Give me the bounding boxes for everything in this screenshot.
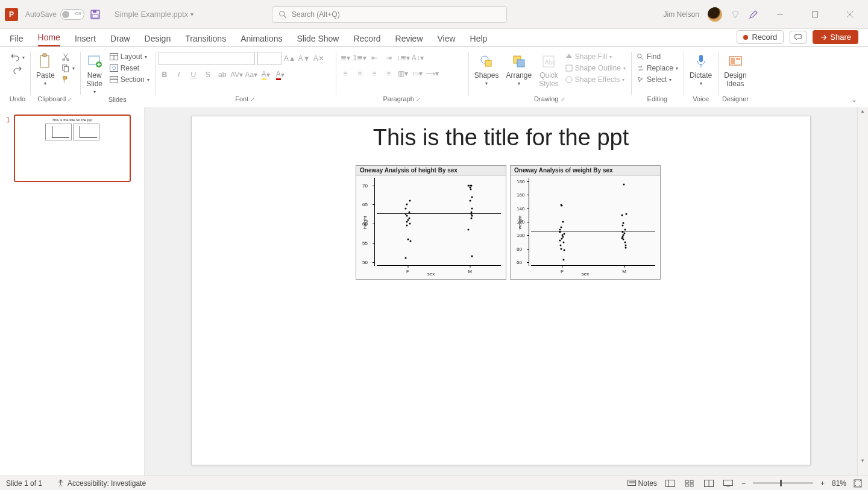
tab-help[interactable]: Help [470, 34, 488, 46]
group-voice: Dictate▾ Voice [684, 49, 718, 106]
line-spacing-button[interactable]: ↕≣▾ [397, 52, 409, 64]
quick-styles-button[interactable]: AbcQuick Styles [536, 52, 561, 89]
chart-1[interactable]: Oneway Analysis of weight By sexweightse… [510, 165, 661, 280]
section-button[interactable]: Section▾ [108, 75, 151, 84]
normal-view-icon[interactable] [664, 479, 676, 488]
smartart-button[interactable]: ⟶▾ [426, 68, 438, 80]
tab-draw[interactable]: Draw [110, 34, 130, 46]
window-minimize[interactable] [767, 5, 793, 24]
paste-button[interactable]: Paste▾ [34, 52, 57, 87]
tab-design[interactable]: Design [145, 34, 171, 46]
tab-home[interactable]: Home [38, 33, 60, 46]
vertical-scrollbar[interactable] [857, 107, 868, 476]
zoom-out-icon[interactable]: − [741, 479, 746, 488]
sorter-view-icon[interactable] [684, 479, 696, 488]
increase-font-icon[interactable]: A▲ [284, 52, 296, 64]
svg-rect-46 [690, 484, 693, 486]
comments-button[interactable] [790, 31, 807, 44]
copy-button[interactable]: ▾ [60, 63, 77, 73]
save-icon[interactable] [90, 10, 100, 19]
tab-review[interactable]: Review [395, 34, 423, 46]
format-painter-button[interactable] [60, 75, 77, 84]
numbering-button[interactable]: 1≣▾ [354, 52, 366, 64]
accessibility-status[interactable]: Accessibility: Investigate [57, 479, 146, 488]
cut-button[interactable] [60, 52, 77, 61]
replace-button[interactable]: Replace ▾ [635, 63, 680, 73]
underline-button[interactable]: U [187, 69, 200, 81]
search-input[interactable]: Search (Alt+Q) [272, 6, 507, 23]
zoom-in-icon[interactable]: + [820, 479, 825, 488]
slide-thumbnail-1[interactable]: This is the title for the ppt [14, 115, 131, 182]
record-button[interactable]: Record [737, 30, 784, 44]
window-maximize[interactable] [802, 5, 828, 24]
align-center-button[interactable]: ≡ [354, 68, 366, 80]
slide-counter[interactable]: Slide 1 of 1 [6, 479, 42, 488]
avatar[interactable] [708, 7, 722, 22]
redo-button[interactable] [11, 64, 24, 75]
notes-button[interactable]: Notes [627, 479, 657, 488]
strike-button[interactable]: ab [216, 69, 228, 81]
tab-slide-show[interactable]: Slide Show [297, 34, 339, 46]
window-close[interactable] [837, 5, 863, 24]
shape-effects-button[interactable]: Shape Effects▾ [564, 75, 627, 84]
align-left-button[interactable]: ≡ [339, 68, 351, 80]
tab-animations[interactable]: Animations [241, 34, 282, 46]
tab-record[interactable]: Record [353, 34, 380, 46]
inc-indent-button[interactable]: ⇥ [383, 52, 395, 64]
align-right-button[interactable]: ≡ [368, 68, 380, 80]
italic-button[interactable]: I [173, 69, 185, 81]
user-name[interactable]: Jim Nelson [664, 10, 699, 19]
design-ideas-button[interactable]: Design Ideas [722, 52, 749, 89]
ribbon-collapse-icon[interactable]: ⌄ [845, 93, 863, 106]
highlight-button[interactable]: A▾ [260, 69, 272, 81]
tab-view[interactable]: View [438, 34, 456, 46]
diamond-icon[interactable] [731, 10, 740, 19]
bold-button[interactable]: B [159, 69, 171, 81]
change-case-button[interactable]: Aa▾ [245, 69, 257, 81]
autosave-toggle[interactable]: Off [60, 9, 84, 20]
zoom-value[interactable]: 81% [832, 479, 846, 488]
dec-indent-button[interactable]: ⇤ [368, 52, 380, 64]
select-button[interactable]: Select▾ [635, 75, 673, 84]
filename[interactable]: Simple Example.pptx [115, 10, 188, 19]
dictate-button[interactable]: Dictate▾ [687, 52, 714, 87]
font-family-input[interactable] [159, 52, 255, 65]
shape-fill-button[interactable]: Shape Fill▾ [564, 52, 627, 61]
svg-rect-44 [690, 480, 693, 483]
reset-button[interactable]: Reset [108, 63, 151, 73]
zoom-slider[interactable] [753, 482, 813, 484]
char-spacing-button[interactable]: AV▾ [231, 69, 243, 81]
slide-title[interactable]: This is the title for the ppt [192, 116, 810, 151]
columns-button[interactable]: ▥▾ [397, 68, 409, 80]
compose-icon[interactable] [749, 10, 758, 19]
slideshow-view-icon[interactable] [722, 479, 734, 488]
arrange-button[interactable]: Arrange▾ [503, 52, 534, 87]
align-text-button[interactable]: ▭▾ [412, 68, 424, 80]
fit-to-window-icon[interactable] [854, 479, 862, 488]
filename-dropdown-icon[interactable]: ▾ [190, 11, 193, 17]
layout-button[interactable]: Layout▾ [108, 52, 151, 61]
tab-file[interactable]: File [10, 34, 24, 46]
clear-formatting-icon[interactable]: A✕ [313, 52, 325, 64]
canvas-area[interactable]: This is the title for the ppt Oneway Ana… [145, 107, 857, 476]
svg-rect-26 [517, 60, 524, 67]
font-size-input[interactable] [257, 52, 281, 65]
justify-button[interactable]: ≡ [383, 68, 395, 80]
shapes-button[interactable]: Shapes▾ [472, 52, 502, 87]
slide-1[interactable]: This is the title for the ppt Oneway Ana… [191, 116, 811, 465]
text-direction-button[interactable]: A↕▾ [412, 52, 424, 64]
shadow-button[interactable]: S [202, 69, 214, 81]
chart-0[interactable]: Oneway Analysis of height By sexheightse… [356, 165, 506, 280]
find-button[interactable]: Find [635, 52, 662, 61]
share-button[interactable]: Share [813, 30, 858, 44]
tab-transitions[interactable]: Transitions [185, 34, 226, 46]
decrease-font-icon[interactable]: A▼ [298, 52, 310, 64]
font-color-button[interactable]: A▾ [274, 69, 286, 81]
reading-view-icon[interactable] [703, 479, 715, 488]
bullets-button[interactable]: ≣▾ [339, 52, 351, 64]
undo-button[interactable]: ▾ [8, 52, 27, 63]
new-slide-button[interactable]: New Slide▾ [84, 52, 105, 96]
group-clipboard: Paste▾ ▾ Clipboard ⤢ [30, 49, 80, 106]
shape-outline-button[interactable]: Shape Outline▾ [564, 63, 627, 73]
tab-insert[interactable]: Insert [75, 34, 96, 46]
